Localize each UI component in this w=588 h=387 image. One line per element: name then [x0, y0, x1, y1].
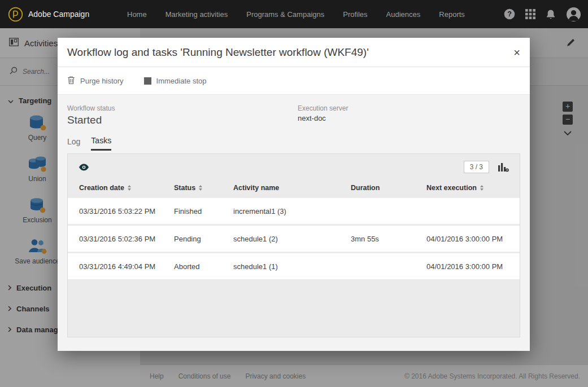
column-header-status[interactable]: Status — [174, 184, 233, 192]
topnav-item-programs-campaigns[interactable]: Programs & Campaigns — [246, 10, 324, 19]
workflow-status-label: Workflow status — [67, 104, 298, 112]
topnav-item-profiles[interactable]: Profiles — [343, 10, 367, 19]
task-row[interactable]: 03/31/2016 5:02:36 PM Pending schedule1 … — [68, 226, 520, 252]
topbar-icons: ? — [504, 0, 581, 28]
workflow-log-modal: Workflow log and tasks 'Running Newslett… — [58, 38, 530, 351]
cell-activity-name: incremental1 (3) — [233, 207, 351, 216]
cell-activity-name: schedule1 (1) — [233, 262, 351, 271]
column-header-duration[interactable]: Duration — [351, 184, 426, 192]
column-header-next-execution[interactable]: Next execution — [426, 184, 520, 192]
tab-log[interactable]: Log — [67, 136, 80, 151]
cell-creation-date: 03/31/2016 5:02:36 PM — [79, 235, 174, 243]
cell-status: Pending — [174, 235, 233, 243]
modal-toolbar: Purge history Immediate stop — [58, 67, 530, 94]
execution-server-field: Execution server next-doc — [298, 104, 348, 126]
immediate-stop-button[interactable]: Immediate stop — [144, 77, 207, 85]
svg-text:?: ? — [507, 10, 512, 18]
task-row[interactable]: 03/31/2016 5:03:22 PM Finished increment… — [68, 198, 520, 224]
table-toolbar-right: 3 / 3 — [464, 161, 509, 173]
purge-history-button[interactable]: Purge history — [67, 76, 124, 86]
primary-nav: Home Marketing activities Programs & Cam… — [127, 0, 465, 28]
view-filter-eye-icon[interactable] — [79, 164, 89, 171]
notifications-bell-icon[interactable] — [546, 9, 556, 20]
adobe-campaign-logo-icon — [8, 7, 23, 22]
brand-label: Adobe Campaign — [28, 10, 89, 19]
workflow-status-field: Workflow status Started — [67, 104, 298, 126]
execution-server-label: Execution server — [298, 104, 348, 112]
workflow-status-value: Started — [67, 114, 298, 126]
topnav-item-reports[interactable]: Reports — [439, 10, 465, 19]
immediate-stop-label: Immediate stop — [156, 77, 207, 85]
topnav-item-home[interactable]: Home — [127, 10, 147, 19]
cell-status: Finished — [174, 207, 233, 216]
sort-icon[interactable] — [128, 185, 131, 191]
stop-icon — [144, 77, 151, 85]
topnav-item-audiences[interactable]: Audiences — [386, 10, 421, 19]
tab-tasks[interactable]: Tasks — [91, 136, 111, 151]
cell-status: Aborted — [174, 262, 233, 271]
task-row[interactable]: 03/31/2016 4:49:04 PM Aborted schedule1 … — [68, 253, 520, 279]
column-header-creation-date[interactable]: Creation date — [79, 184, 174, 192]
row-count-badge: 3 / 3 — [464, 161, 489, 173]
modal-body: Workflow status Started Execution server… — [58, 94, 530, 351]
sort-icon[interactable] — [199, 185, 202, 191]
close-icon[interactable]: × — [513, 47, 520, 58]
status-row: Workflow status Started Execution server… — [67, 104, 520, 126]
purge-history-label: Purge history — [80, 77, 124, 85]
modal-header: Workflow log and tasks 'Running Newslett… — [58, 38, 530, 67]
modal-title: Workflow log and tasks 'Running Newslett… — [67, 46, 369, 59]
user-avatar[interactable] — [566, 7, 581, 22]
log-tasks-tabs: Log Tasks — [67, 136, 520, 151]
table-header-row: Creation date Status Activity name Durat… — [68, 180, 520, 196]
brand[interactable]: Adobe Campaign — [0, 7, 89, 22]
apps-grid-icon[interactable] — [525, 9, 535, 19]
cell-next-execution: 04/01/2016 3:00:00 PM — [426, 235, 520, 243]
cell-activity-name: schedule1 (2) — [233, 235, 351, 243]
execution-server-value: next-doc — [298, 114, 348, 122]
column-header-activity-name[interactable]: Activity name — [233, 184, 351, 192]
topnav-item-marketing-activities[interactable]: Marketing activities — [165, 10, 228, 19]
top-navigation-bar: Adobe Campaign Home Marketing activities… — [0, 0, 588, 28]
table-toolbar: 3 / 3 — [68, 154, 520, 180]
cell-creation-date: 03/31/2016 4:49:04 PM — [79, 262, 174, 271]
sort-icon[interactable] — [480, 185, 484, 191]
cell-duration: 3mn 55s — [351, 235, 426, 243]
trash-icon — [67, 76, 75, 86]
table-rows: 03/31/2016 5:03:22 PM Finished increment… — [68, 198, 520, 279]
help-icon[interactable]: ? — [504, 8, 515, 20]
cell-next-execution: 04/01/2016 3:00:00 PM — [426, 262, 520, 271]
cell-creation-date: 03/31/2016 5:03:22 PM — [79, 207, 174, 216]
configure-columns-icon[interactable] — [498, 162, 509, 172]
tasks-table-panel: 3 / 3 Creation date Status Activity name… — [67, 153, 520, 337]
